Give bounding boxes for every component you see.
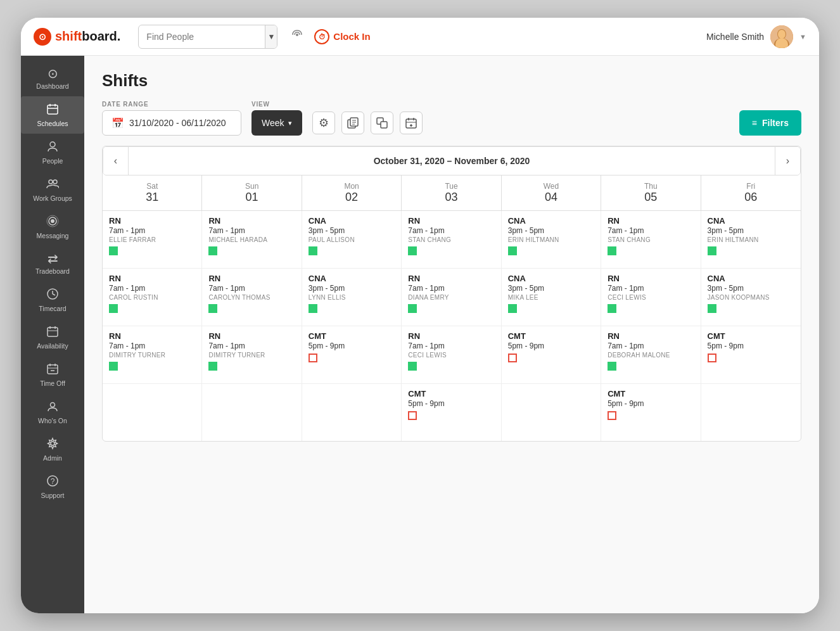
shift-time: 7am - 1pm bbox=[208, 226, 295, 236]
cal-cell-1-4[interactable]: CNA 3pm - 5pm MIKA LEE bbox=[502, 269, 601, 326]
cal-cell-3-3[interactable]: CMT 5pm - 9pm bbox=[402, 384, 501, 441]
cal-cell-3-1[interactable] bbox=[202, 384, 302, 441]
cal-cell-3-2[interactable] bbox=[302, 384, 402, 441]
cal-cell-2-0[interactable]: RN 7am - 1pm DIMITRY TURNER bbox=[103, 326, 202, 383]
sidebar-item-tradeboard[interactable]: ⇄ Tradeboard bbox=[21, 246, 84, 281]
sidebar-item-support[interactable]: ? Support bbox=[21, 468, 84, 506]
svg-rect-23 bbox=[48, 365, 58, 374]
sidebar-item-whoson[interactable]: Who's On bbox=[21, 393, 84, 431]
shift-block[interactable]: CMT 5pm - 9pm bbox=[608, 389, 694, 423]
shift-block[interactable]: CNA 3pm - 5pm MIKA LEE bbox=[508, 274, 594, 316]
copy-icon-btn[interactable] bbox=[341, 112, 364, 134]
shift-block[interactable]: CMT 5pm - 9pm bbox=[309, 331, 395, 365]
shift-time: 7am - 1pm bbox=[408, 341, 494, 352]
cal-cell-2-1[interactable]: RN 7am - 1pm DIMITRY TURNER bbox=[202, 326, 302, 383]
date-range-picker[interactable]: 📅 31/10/2020 - 06/11/2020 bbox=[102, 110, 241, 136]
cal-cell-0-1[interactable]: RN 7am - 1pm MICHAEL HARADA bbox=[202, 211, 302, 268]
svg-point-12 bbox=[53, 180, 57, 184]
shift-block[interactable]: RN 7am - 1pm STAN CHANG bbox=[608, 216, 694, 258]
shift-block[interactable]: CNA 3pm - 5pm LYNN ELLIS bbox=[309, 274, 395, 316]
filters-icon: ≡ bbox=[752, 118, 757, 128]
shift-status-green bbox=[508, 304, 517, 313]
shift-role: CNA bbox=[508, 274, 594, 284]
settings-icon-btn[interactable]: ⚙ bbox=[312, 112, 335, 134]
shift-time: 3pm - 5pm bbox=[708, 226, 794, 236]
shift-time: 7am - 1pm bbox=[608, 284, 694, 294]
cal-cell-0-3[interactable]: RN 7am - 1pm STAN CHANG bbox=[402, 211, 501, 268]
shift-block[interactable]: RN 7am - 1pm CECI LEWIS bbox=[608, 274, 694, 316]
cal-cell-0-0[interactable]: RN 7am - 1pm ELLIE FARRAR bbox=[103, 211, 202, 268]
cal-cell-1-5[interactable]: RN 7am - 1pm CECI LEWIS bbox=[601, 269, 701, 326]
cal-cell-1-6[interactable]: CNA 3pm - 5pm JASON KOOPMANS bbox=[701, 269, 801, 326]
shift-name: DIANA EMRY bbox=[408, 293, 494, 302]
cal-cell-3-0[interactable] bbox=[103, 384, 202, 441]
sidebar-item-availability[interactable]: Availability bbox=[21, 319, 84, 356]
shift-status-green bbox=[708, 246, 716, 255]
cal-cell-2-3[interactable]: RN 7am - 1pm CECI LEWIS bbox=[402, 326, 501, 383]
cal-cell-2-4[interactable]: CMT 5pm - 9pm bbox=[502, 326, 601, 383]
logo[interactable]: ⊙ shiftboard. bbox=[34, 28, 120, 46]
cal-cell-0-4[interactable]: CNA 3pm - 5pm ERIN HILTMANN bbox=[502, 211, 601, 268]
shift-block[interactable]: RN 7am - 1pm MICHAEL HARADA bbox=[208, 216, 295, 258]
shift-time: 7am - 1pm bbox=[208, 341, 295, 352]
cal-cell-1-0[interactable]: RN 7am - 1pm CAROL RUSTIN bbox=[103, 269, 202, 326]
shift-block[interactable]: CNA 3pm - 5pm ERIN HILTMANN bbox=[708, 216, 794, 258]
cal-cell-3-4[interactable] bbox=[502, 384, 601, 441]
cal-cell-0-2[interactable]: CNA 3pm - 5pm PAUL ALLISON bbox=[302, 211, 402, 268]
shift-block[interactable]: CMT 5pm - 9pm bbox=[708, 331, 794, 365]
day-name-sat: Sat bbox=[105, 182, 199, 191]
shift-block[interactable]: RN 7am - 1pm CAROLYN THOMAS bbox=[208, 274, 295, 316]
cal-cell-3-6[interactable] bbox=[701, 384, 801, 441]
cal-cell-1-1[interactable]: RN 7am - 1pm CAROLYN THOMAS bbox=[202, 269, 302, 326]
cal-cell-0-6[interactable]: CNA 3pm - 5pm ERIN HILTMANN bbox=[701, 211, 801, 268]
sidebar-item-dashboard[interactable]: ⊙ Dashboard bbox=[21, 61, 84, 96]
shift-block[interactable]: RN 7am - 1pm ELLIE FARRAR bbox=[109, 216, 195, 258]
day-num-sun: 01 bbox=[205, 191, 298, 204]
cal-cell-2-5[interactable]: RN 7am - 1pm DEBORAH MALONE bbox=[601, 326, 701, 383]
sidebar-item-people[interactable]: People bbox=[21, 134, 84, 171]
icon-buttons-group: ⚙ bbox=[312, 112, 423, 136]
duplicate-icon-btn[interactable] bbox=[371, 112, 393, 134]
find-people-dropdown-arrow[interactable]: ▼ bbox=[265, 25, 277, 49]
sidebar-item-admin[interactable]: Admin bbox=[21, 431, 84, 468]
shift-block[interactable]: RN 7am - 1pm STAN CHANG bbox=[408, 216, 494, 258]
cal-cell-2-6[interactable]: CMT 5pm - 9pm bbox=[701, 326, 801, 383]
signal-icon[interactable] bbox=[290, 28, 304, 45]
find-people-input[interactable] bbox=[139, 32, 265, 42]
filters-button[interactable]: ≡ Filters bbox=[739, 110, 801, 136]
shift-block[interactable]: CNA 3pm - 5pm JASON KOOPMANS bbox=[708, 274, 794, 316]
cal-cell-1-2[interactable]: CNA 3pm - 5pm LYNN ELLIS bbox=[302, 269, 402, 326]
sidebar-item-messaging[interactable]: Messaging bbox=[21, 208, 84, 246]
find-people-wrapper[interactable]: ▼ bbox=[138, 25, 277, 49]
day-name-sun: Sun bbox=[205, 182, 298, 191]
cal-cell-1-3[interactable]: RN 7am - 1pm DIANA EMRY bbox=[402, 269, 501, 326]
shift-block[interactable]: CMT 5pm - 9pm bbox=[508, 331, 594, 365]
calendar-body: RN 7am - 1pm ELLIE FARRAR RN 7am - 1pm M… bbox=[103, 211, 801, 441]
calendar-add-icon-btn[interactable] bbox=[400, 112, 423, 134]
day-name-mon: Mon bbox=[305, 182, 398, 191]
shift-block[interactable]: RN 7am - 1pm DEBORAH MALONE bbox=[608, 331, 694, 373]
shift-block[interactable]: CNA 3pm - 5pm PAUL ALLISON bbox=[309, 216, 395, 258]
sidebar-item-workgroups[interactable]: Work Groups bbox=[21, 171, 84, 208]
cal-cell-3-5[interactable]: CMT 5pm - 9pm bbox=[601, 384, 701, 441]
view-select-button[interactable]: Week ▾ bbox=[251, 110, 302, 136]
shift-block[interactable]: RN 7am - 1pm DIMITRY TURNER bbox=[208, 331, 295, 373]
cal-cell-2-2[interactable]: CMT 5pm - 9pm bbox=[302, 326, 402, 383]
shift-block[interactable]: RN 7am - 1pm CECI LEWIS bbox=[408, 331, 494, 373]
shift-block[interactable]: CMT 5pm - 9pm bbox=[408, 389, 494, 423]
calendar-next-button[interactable]: › bbox=[775, 147, 800, 175]
shift-status-green bbox=[508, 246, 517, 255]
shift-block[interactable]: RN 7am - 1pm CAROL RUSTIN bbox=[109, 274, 195, 316]
shift-block[interactable]: RN 7am - 1pm DIANA EMRY bbox=[408, 274, 494, 316]
user-area[interactable]: Michelle Smith ▼ bbox=[706, 25, 806, 48]
cal-cell-0-5[interactable]: RN 7am - 1pm STAN CHANG bbox=[601, 211, 701, 268]
calendar-prev-button[interactable]: ‹ bbox=[103, 147, 129, 175]
shift-block[interactable]: CNA 3pm - 5pm ERIN HILTMANN bbox=[508, 216, 594, 258]
schedules-icon bbox=[46, 103, 59, 117]
sidebar-item-schedules[interactable]: Schedules bbox=[21, 96, 84, 134]
clock-in-button[interactable]: ⏱ Clock In bbox=[314, 29, 370, 44]
shift-block[interactable]: RN 7am - 1pm DIMITRY TURNER bbox=[109, 331, 195, 373]
sidebar-item-timeoff[interactable]: Time Off bbox=[21, 356, 84, 393]
user-dropdown-arrow[interactable]: ▼ bbox=[799, 33, 806, 41]
sidebar-item-timecard[interactable]: Timecard bbox=[21, 281, 84, 319]
